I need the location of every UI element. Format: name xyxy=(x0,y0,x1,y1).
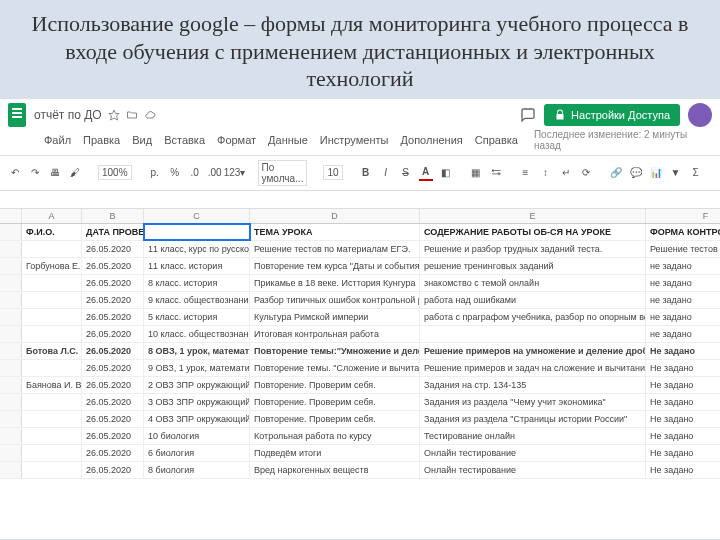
cell[interactable]: Повторение. Проверим себя. xyxy=(250,411,420,427)
cell[interactable]: 26.05.2020 xyxy=(82,394,144,410)
cell[interactable] xyxy=(22,428,82,444)
cell[interactable]: Не задано xyxy=(646,377,720,393)
cell[interactable]: работа с праграфом учебника, разбор по о… xyxy=(420,309,646,325)
redo-icon[interactable]: ↷ xyxy=(28,165,42,181)
cell[interactable]: Повторение тем курса "Даты и события" xyxy=(250,258,420,274)
cell[interactable]: 5 класс. история xyxy=(144,309,250,325)
cell[interactable]: 3 ОВЗ ЗПР окружающий ми xyxy=(144,394,250,410)
zoom-select[interactable]: 100% xyxy=(98,165,132,180)
cell[interactable] xyxy=(22,394,82,410)
cell[interactable]: не задано xyxy=(646,292,720,308)
row-header[interactable] xyxy=(0,275,22,291)
cell[interactable]: 26.05.2020 xyxy=(82,411,144,427)
cell[interactable] xyxy=(22,275,82,291)
filter-button[interactable]: ▼ xyxy=(669,165,683,181)
cell[interactable]: Онлайн тестирование xyxy=(420,445,646,461)
cell[interactable] xyxy=(22,241,82,257)
cell[interactable] xyxy=(22,411,82,427)
cell[interactable]: Решение и разбор трудных заданий теста. xyxy=(420,241,646,257)
table-row[interactable]: 26.05.20209 класс. обществознаниеРазбор … xyxy=(0,292,720,309)
cell[interactable]: Культура Римской империи xyxy=(250,309,420,325)
header-row[interactable]: Ф.И.О. ДАТА ПРОВЕДЕНИЯ УРОКА, класс ТЕМА… xyxy=(0,224,720,241)
menu-data[interactable]: Данные xyxy=(268,134,308,146)
cell[interactable]: Ботова Л.С. xyxy=(22,343,82,359)
cell[interactable]: Повторение темы. "Сложение и вычитание д xyxy=(250,360,420,376)
row-header[interactable] xyxy=(0,343,22,359)
more-formats-button[interactable]: 123▾ xyxy=(228,165,242,181)
cell[interactable]: 26.05.2020 xyxy=(82,326,144,342)
cell[interactable]: Вред наркогенных веществ xyxy=(250,462,420,478)
cell[interactable]: 6 биология xyxy=(144,445,250,461)
text-rotation-button[interactable]: ⟳ xyxy=(579,165,593,181)
col-header[interactable]: E xyxy=(420,209,646,223)
cell[interactable]: Решение примеров и задач на сложение и в… xyxy=(420,360,646,376)
cell[interactable]: Тестирование онлайн xyxy=(420,428,646,444)
row-header[interactable] xyxy=(0,224,22,240)
cell[interactable]: Решение примеров на умножение и деление … xyxy=(420,343,646,359)
formula-bar[interactable] xyxy=(0,191,720,209)
cell[interactable]: работа над ошибками xyxy=(420,292,646,308)
cell[interactable]: 26.05.2020 xyxy=(82,241,144,257)
strikethrough-button[interactable]: S xyxy=(399,165,413,181)
spreadsheet-grid[interactable]: Ф.И.О. ДАТА ПРОВЕДЕНИЯ УРОКА, класс ТЕМА… xyxy=(0,224,720,479)
cell[interactable]: Не задано xyxy=(646,343,720,359)
cell[interactable] xyxy=(22,309,82,325)
percent-format-button[interactable]: % xyxy=(168,165,182,181)
cell[interactable]: не задано xyxy=(646,258,720,274)
cell[interactable]: Решение тестов ЕГЭ. xyxy=(646,241,720,257)
undo-icon[interactable]: ↶ xyxy=(8,165,22,181)
table-row[interactable]: 26.05.20208 биологияВред наркогенных вещ… xyxy=(0,462,720,479)
cell[interactable]: Не задано xyxy=(646,394,720,410)
row-header[interactable] xyxy=(0,258,22,274)
cell[interactable]: Не задано xyxy=(646,445,720,461)
cell[interactable]: Не задано xyxy=(646,360,720,376)
text-color-button[interactable]: A xyxy=(419,165,433,181)
share-button[interactable]: Настройки Доступа xyxy=(544,104,680,126)
bold-button[interactable]: B xyxy=(359,165,373,181)
row-header[interactable] xyxy=(0,428,22,444)
cell[interactable]: 11 класс, курс по русскому я xyxy=(144,241,250,257)
select-all-cell[interactable] xyxy=(0,209,22,223)
cell[interactable]: ФОРМА КОНТРОЛЯ, СРОК СДА xyxy=(646,224,720,240)
cell[interactable]: Повторение темы:"Умножение и деление дес xyxy=(250,343,420,359)
cell[interactable]: Итоговая контрольная работа xyxy=(250,326,420,342)
cell[interactable]: СОДЕРЖАНИЕ РАБОТЫ ОБ-СЯ НА УРОКЕ xyxy=(420,224,646,240)
col-header[interactable]: C xyxy=(144,209,250,223)
cell[interactable] xyxy=(22,445,82,461)
row-header[interactable] xyxy=(0,377,22,393)
cell[interactable]: Задания из раздела "Чему учит экономика" xyxy=(420,394,646,410)
table-row[interactable]: 26.05.202010 биологияКотрольная работа п… xyxy=(0,428,720,445)
cell[interactable]: Горбунова Е.Г. xyxy=(22,258,82,274)
row-header[interactable] xyxy=(0,241,22,257)
cell[interactable]: Котрольная работа по курсу xyxy=(250,428,420,444)
cell[interactable]: 9 класс. обществознание xyxy=(144,292,250,308)
table-row[interactable]: Баянова И. В.26.05.20202 ОВЗ ЗПР окружаю… xyxy=(0,377,720,394)
cell[interactable] xyxy=(22,360,82,376)
cell[interactable]: Не задано xyxy=(646,428,720,444)
col-header[interactable]: A xyxy=(22,209,82,223)
cell[interactable]: не задано xyxy=(646,275,720,291)
table-row[interactable]: 26.05.20204 ОВЗ ЗПР окружающий миПовторе… xyxy=(0,411,720,428)
cell[interactable]: 26.05.2020 xyxy=(82,275,144,291)
insert-chart-button[interactable]: 📊 xyxy=(649,165,663,181)
star-icon[interactable] xyxy=(108,109,120,121)
functions-button[interactable]: Σ xyxy=(689,165,703,181)
cell[interactable]: 8 биология xyxy=(144,462,250,478)
move-to-folder-icon[interactable] xyxy=(126,109,138,121)
comment-history-icon[interactable] xyxy=(520,107,536,123)
menu-edit[interactable]: Правка xyxy=(83,134,120,146)
row-header[interactable] xyxy=(0,462,22,478)
cell[interactable]: знакомство с темой онлайн xyxy=(420,275,646,291)
cell[interactable]: ТЕМА УРОКА xyxy=(250,224,420,240)
cell[interactable]: Баянова И. В. xyxy=(22,377,82,393)
cell[interactable]: 4 ОВЗ ЗПР окружающий ми xyxy=(144,411,250,427)
menu-addons[interactable]: Дополнения xyxy=(400,134,462,146)
row-header[interactable] xyxy=(0,394,22,410)
table-row[interactable]: 26.05.202010 класс. обществознаниеИтогов… xyxy=(0,326,720,343)
cell[interactable]: Не задано xyxy=(646,411,720,427)
v-align-button[interactable]: ↕ xyxy=(539,165,553,181)
currency-format-button[interactable]: р. xyxy=(148,165,162,181)
col-header[interactable]: D xyxy=(250,209,420,223)
table-row[interactable]: Горбунова Е.Г.26.05.202011 класс. истори… xyxy=(0,258,720,275)
print-icon[interactable]: 🖶 xyxy=(48,165,62,181)
